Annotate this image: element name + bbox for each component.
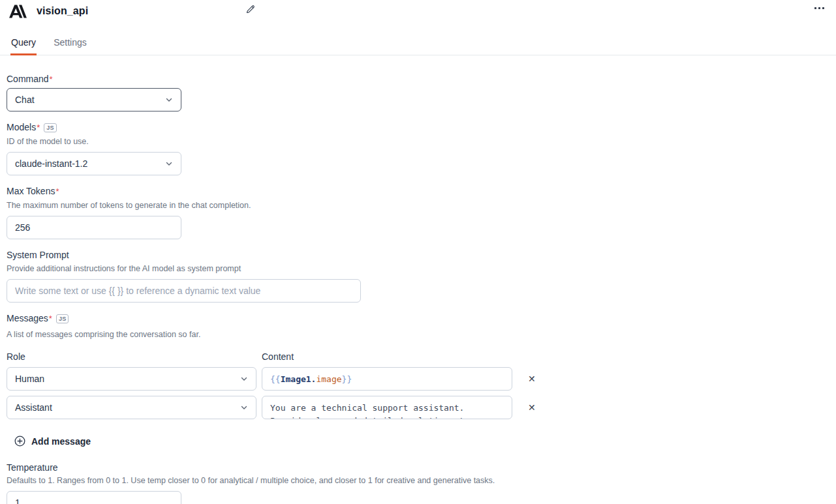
role-select-assistant[interactable]: Assistant: [7, 396, 256, 419]
pencil-icon: [245, 4, 256, 14]
field-system-prompt: System Prompt Provide additional instruc…: [7, 250, 836, 303]
page-title: vision_api: [37, 5, 88, 17]
field-temperature: Temperature Defaults to 1. Ranges from 0…: [7, 462, 836, 504]
code-object: Image1.: [281, 374, 317, 384]
edit-title-button[interactable]: [245, 4, 256, 16]
models-label: Models*: [7, 122, 40, 133]
system-prompt-label: System Prompt: [7, 250, 69, 260]
code-property: image: [316, 374, 341, 384]
remove-message-button[interactable]: ✕: [527, 373, 537, 385]
temperature-helper-text: Defaults to 1. Ranges from 0 to 1. Use t…: [7, 476, 836, 486]
role-select-value: Assistant: [15, 402, 52, 413]
messages-label: Messages*: [7, 313, 52, 324]
system-prompt-helper-text: Provide additional instructions for the …: [7, 264, 836, 274]
close-icon: ✕: [528, 402, 536, 413]
role-select-value: Human: [15, 374, 44, 384]
code-brace: {{: [270, 374, 281, 384]
models-helper-text: ID of the model to use.: [7, 137, 836, 147]
chevron-down-icon: [165, 96, 173, 104]
temperature-label: Temperature: [7, 462, 58, 473]
js-toggle-badge[interactable]: JS: [44, 123, 57, 132]
max-tokens-input[interactable]: [7, 216, 181, 239]
field-models: Models* JS ID of the model to use. claud…: [7, 122, 836, 175]
messages-column-headers: Role Content: [7, 351, 836, 362]
chevron-down-icon: [240, 404, 248, 411]
required-asterisk: *: [37, 123, 40, 132]
add-message-label: Add message: [31, 436, 91, 447]
tab-bar: Query Settings: [0, 37, 836, 55]
js-toggle-badge[interactable]: JS: [56, 314, 69, 323]
field-command: Command* Chat: [7, 74, 836, 111]
required-asterisk: *: [50, 74, 53, 84]
field-messages: Messages* JS A list of messages comprisi…: [7, 313, 836, 447]
field-max-tokens: Max Tokens* The maximum number of tokens…: [7, 186, 836, 239]
command-label: Command*: [7, 74, 53, 85]
max-tokens-helper-text: The maximum number of tokens to generate…: [7, 201, 836, 211]
role-select-human[interactable]: Human: [7, 367, 256, 391]
content-column-label: Content: [262, 351, 512, 362]
query-form: Command* Chat Models* JS ID of the model…: [0, 55, 836, 504]
temperature-input[interactable]: [7, 491, 181, 504]
plus-circle-icon: [14, 436, 25, 447]
system-prompt-input[interactable]: [7, 279, 361, 303]
more-options-button[interactable]: [813, 5, 826, 11]
chevron-down-icon: [240, 375, 248, 383]
close-icon: ✕: [528, 374, 536, 384]
message-content-input[interactable]: You are a technical support assistant. P…: [262, 396, 512, 419]
chevron-down-icon: [165, 160, 173, 168]
messages-helper-text: A list of messages comprising the conver…: [7, 330, 836, 340]
models-select[interactable]: claude-instant-1.2: [7, 152, 181, 175]
code-brace: }}: [342, 374, 352, 384]
role-column-label: Role: [7, 351, 256, 362]
tab-query[interactable]: Query: [10, 37, 37, 55]
max-tokens-label: Max Tokens*: [7, 186, 59, 197]
command-select-value: Chat: [15, 95, 35, 105]
message-row: Human {{Image1.image}} ✕: [7, 367, 836, 391]
required-asterisk: *: [49, 314, 52, 323]
message-row: Assistant You are a technical support as…: [7, 396, 836, 419]
models-select-value: claude-instant-1.2: [15, 158, 87, 169]
command-select[interactable]: Chat: [7, 88, 181, 111]
tab-settings[interactable]: Settings: [53, 37, 87, 55]
app-header: vision_api: [0, 0, 836, 20]
message-content-input[interactable]: {{Image1.image}}: [262, 367, 512, 391]
anthropic-logo-icon: [9, 4, 27, 19]
required-asterisk: *: [55, 186, 59, 196]
remove-message-button[interactable]: ✕: [527, 402, 537, 413]
ellipsis-icon: [814, 7, 816, 9]
add-message-button[interactable]: Add message: [14, 436, 91, 447]
